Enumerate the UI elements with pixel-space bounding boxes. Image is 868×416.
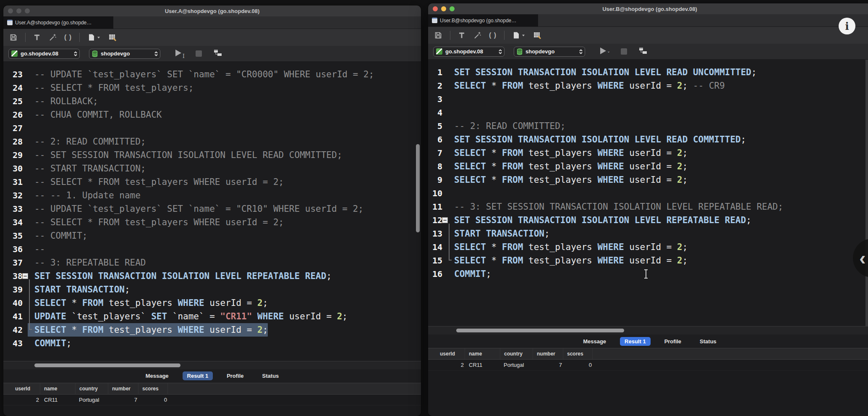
format-text-icon[interactable]: [458, 32, 465, 39]
table-cell[interactable]: 7: [108, 397, 139, 403]
code-line[interactable]: 41UPDATE `test_players` SET `name` = "CR…: [3, 310, 421, 323]
document-tab[interactable]: User.B@shopdevgo (go.shopde…: [428, 14, 538, 26]
code-line[interactable]: 8SELECT * FROM test_players WHERE userId…: [428, 160, 868, 173]
connection-select[interactable]: go.shopdev.08: [8, 49, 80, 59]
layout-toggle-icon[interactable]: [638, 47, 648, 57]
result-tab-result-1[interactable]: Result 1: [183, 371, 213, 380]
save-icon[interactable]: [9, 33, 18, 42]
code-line[interactable]: 29-- SET SESSION TRANSACTION ISOLATION L…: [3, 148, 421, 162]
table-cell[interactable]: Portugal: [500, 362, 533, 368]
code-line[interactable]: 30-- START TRANSACTION;: [3, 162, 421, 175]
editor-vertical-scrollbar[interactable]: [865, 60, 868, 326]
table-cell[interactable]: CR11: [40, 397, 76, 403]
edit-table-icon[interactable]: [108, 33, 117, 42]
code-line[interactable]: 36--: [3, 242, 421, 256]
code-line[interactable]: 27: [3, 121, 421, 135]
titlebar[interactable]: User.B@shopdevgo (go.shopdev.08): [428, 3, 868, 14]
zoom-button[interactable]: [25, 8, 30, 13]
run-query-button[interactable]: I: [175, 50, 185, 58]
parentheses-icon[interactable]: ( ): [489, 32, 497, 39]
sql-editor[interactable]: 1SET SESSION TRANSACTION ISOLATION LEVEL…: [428, 60, 868, 326]
result-tab-result-1[interactable]: Result 1: [620, 337, 651, 346]
table-cell[interactable]: 7: [533, 362, 563, 368]
current-query-marker[interactable]: –: [442, 217, 448, 223]
code-line[interactable]: 24-- SELECT * FROM test_players;: [3, 81, 421, 95]
code-line[interactable]: 35-- COMMIT;: [3, 229, 421, 242]
code-line[interactable]: 3: [428, 92, 868, 106]
scrollbar-thumb[interactable]: [456, 329, 624, 332]
table-row[interactable]: 2CR11Portugal70: [428, 360, 868, 371]
code-line[interactable]: 25-- ROLLBACK;: [3, 95, 421, 108]
magic-wand-icon[interactable]: [473, 31, 481, 39]
code-line[interactable]: 28-- 2: READ COMMITTED;: [3, 135, 421, 148]
table-cell[interactable]: 2: [428, 362, 465, 368]
code-line[interactable]: 9SELECT * FROM test_players WHERE userId…: [428, 173, 868, 187]
format-text-icon[interactable]: [33, 34, 41, 41]
code-line[interactable]: 14SELECT * FROM test_players WHERE userI…: [428, 240, 868, 254]
code-line[interactable]: 40SELECT * FROM test_players WHERE userI…: [3, 296, 421, 310]
result-tab-message[interactable]: Message: [578, 337, 611, 346]
code-line[interactable]: 32-- -- 1. Update name: [3, 189, 421, 202]
table-cell[interactable]: Portugal: [76, 397, 108, 403]
code-line[interactable]: 38SET SESSION TRANSACTION ISOLATION LEVE…: [3, 269, 421, 283]
code-line[interactable]: 23-- UPDATE `test_players` SET `name` = …: [3, 68, 421, 81]
table-cell[interactable]: 0: [139, 397, 168, 403]
column-header-scores[interactable]: scores: [139, 383, 168, 394]
sql-editor[interactable]: 23-- UPDATE `test_players` SET `name` = …: [3, 62, 421, 361]
column-header-number[interactable]: number: [533, 348, 563, 359]
close-button[interactable]: [433, 6, 438, 11]
zoom-button[interactable]: [450, 6, 455, 11]
code-line[interactable]: 33-- UPDATE `test_players` SET `name` = …: [3, 202, 421, 216]
document-icon[interactable]: [87, 33, 100, 42]
code-line[interactable]: 43COMMIT;: [3, 337, 421, 350]
document-icon[interactable]: [512, 31, 525, 39]
code-line[interactable]: 5-- 2: READ COMMITTED;: [428, 119, 868, 133]
table-row[interactable]: 2CR11Portugal70: [3, 395, 421, 405]
code-line[interactable]: 7SELECT * FROM test_players WHERE userId…: [428, 146, 868, 160]
code-line[interactable]: 31-- SELECT * FROM test_players WHERE us…: [3, 175, 421, 189]
table-cell[interactable]: 0: [563, 362, 593, 368]
column-header-scores[interactable]: scores: [563, 348, 593, 359]
database-select[interactable]: shopdevgo: [514, 47, 585, 57]
result-tab-profile[interactable]: Profile: [222, 371, 248, 380]
code-line[interactable]: 2SELECT * FROM test_players WHERE userId…: [428, 79, 868, 92]
code-line[interactable]: 42SELECT * FROM test_players WHERE userI…: [3, 323, 421, 337]
code-line[interactable]: 39START TRANSACTION;: [3, 283, 421, 296]
code-line[interactable]: 6SET SESSION TRANSACTION ISOLATION LEVEL…: [428, 133, 868, 146]
column-header-country[interactable]: country: [76, 383, 108, 394]
document-tab[interactable]: User.A@shopdevgo (go.shopde…: [3, 16, 113, 29]
code-line[interactable]: 11-- 3: SET SESSION TRANSACTION ISOLATIO…: [428, 200, 868, 213]
parentheses-icon[interactable]: ( ): [64, 34, 72, 41]
run-query-button[interactable]: ˇ: [600, 47, 610, 56]
result-tab-message[interactable]: Message: [141, 371, 173, 380]
column-header-name[interactable]: name: [465, 348, 500, 359]
result-tab-status[interactable]: Status: [695, 337, 721, 346]
database-select[interactable]: shopdevgo: [89, 49, 160, 59]
close-button[interactable]: [8, 8, 13, 13]
column-header-userid[interactable]: userId: [428, 348, 465, 359]
editor-vertical-scrollbar[interactable]: [416, 144, 420, 232]
editor-horizontal-scrollbar[interactable]: [428, 326, 868, 334]
editor-horizontal-scrollbar[interactable]: [3, 361, 421, 369]
result-tab-profile[interactable]: Profile: [660, 337, 686, 346]
code-line[interactable]: 13START TRANSACTION;: [428, 227, 868, 240]
magic-wand-icon[interactable]: [48, 33, 57, 42]
minimize-button[interactable]: [441, 6, 446, 11]
column-header-userid[interactable]: userId: [3, 383, 40, 394]
column-header-number[interactable]: number: [108, 383, 139, 394]
column-header-country[interactable]: country: [500, 348, 533, 359]
code-line[interactable]: 4: [428, 106, 868, 119]
save-icon[interactable]: [434, 31, 442, 39]
scrollbar-thumb[interactable]: [34, 363, 180, 367]
code-line[interactable]: 37-- 3: REPEATABLE READ: [3, 256, 421, 269]
result-tab-status[interactable]: Status: [258, 371, 284, 380]
minimize-button[interactable]: [16, 8, 21, 13]
code-line[interactable]: 10: [428, 187, 868, 200]
column-header-name[interactable]: name: [40, 383, 76, 394]
stop-button[interactable]: [621, 48, 627, 55]
code-line[interactable]: 15SELECT * FROM test_players WHERE userI…: [428, 254, 868, 267]
edit-table-icon[interactable]: [533, 31, 542, 39]
stop-button[interactable]: [196, 50, 202, 57]
layout-toggle-icon[interactable]: [213, 49, 223, 59]
code-line[interactable]: 1SET SESSION TRANSACTION ISOLATION LEVEL…: [428, 66, 868, 79]
